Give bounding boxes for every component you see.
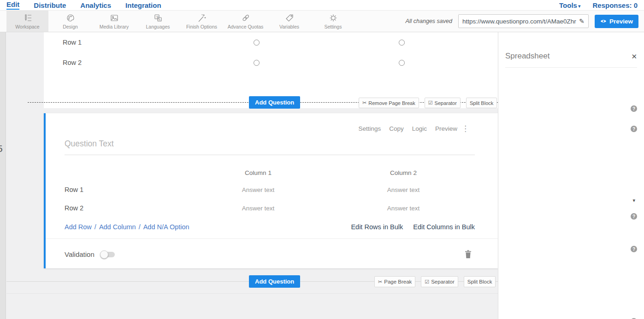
gear-icon (328, 13, 338, 23)
panel-divider (505, 67, 637, 68)
chevron-down-icon: ▾ (578, 3, 581, 9)
break-controls: ✂ Remove Page Break ☑ Separator Split Bl… (359, 98, 497, 108)
question-number: 5 (0, 143, 3, 154)
add-row-link[interactable]: Add Row (65, 223, 92, 231)
tag-icon (284, 13, 295, 23)
matrix-row: Row 1 Answer text Answer text (65, 180, 479, 199)
question-text-field[interactable]: Question Text (65, 139, 114, 149)
split-block-button[interactable]: Split Block (466, 98, 497, 108)
bulk-edit-links: Edit Rows in Bulk Edit Columns in Bulk (351, 223, 475, 231)
checkbox-icon: ☑ (428, 100, 433, 106)
survey-url-value[interactable]: https://www.questionpro.com/t/AMae0Zhr (462, 18, 576, 25)
radio-button[interactable] (254, 40, 260, 46)
answer-text-cell[interactable]: Answer text (189, 180, 327, 199)
matrix-header-row: Column 1 Column 2 (65, 165, 479, 180)
row-label[interactable]: Row 1 (65, 180, 189, 199)
tab-analytics[interactable]: Analytics (80, 1, 111, 9)
matrix-table: Column 1 Column 2 Row 1 Answer text Answ… (65, 165, 479, 217)
help-icon[interactable]: ? (631, 105, 637, 112)
page-break-icon: ✂ (378, 279, 382, 285)
add-links: Add Row / Add Column / Add N/A Option (65, 223, 189, 231)
responses-count[interactable]: Responses: 0 (592, 1, 638, 9)
magic-wand-icon (197, 13, 207, 23)
question-settings-link[interactable]: Settings (358, 125, 381, 132)
chevron-down-icon[interactable]: ▾ (632, 197, 635, 203)
radio-button[interactable] (254, 60, 260, 66)
add-na-option-link[interactable]: Add N/A Option (143, 223, 189, 231)
toolbar-item-advance-quotas[interactable]: Advance Quotas (224, 11, 267, 32)
tools-menu[interactable]: Tools▾ (559, 1, 580, 9)
question-actions: Settings Copy Logic Preview (358, 125, 457, 132)
help-icon[interactable]: ? (631, 246, 637, 252)
toolbar-item-settings[interactable]: Settings (311, 11, 355, 32)
left-edge-strip (0, 32, 6, 319)
add-column-link[interactable]: Add Column (99, 223, 136, 231)
svg-text:A: A (159, 18, 160, 21)
kebab-menu-icon[interactable]: ⋮ (461, 124, 469, 133)
question-text-underline (65, 155, 475, 155)
link-icon (241, 13, 251, 23)
page-break-button[interactable]: ✂ Page Break (374, 276, 415, 287)
close-icon[interactable]: ✕ (631, 52, 637, 61)
translate-icon: 文A (153, 13, 163, 23)
column-header[interactable]: Column 1 (189, 165, 327, 180)
matrix-row: Row 1 (44, 32, 498, 52)
answer-text-cell[interactable]: Answer text (327, 199, 479, 217)
add-question-button[interactable]: Add Question (249, 96, 300, 109)
toolbar-item-finish-options[interactable]: Finish Options (180, 11, 224, 32)
radio-button[interactable] (399, 60, 405, 66)
question-editor-card: Settings Copy Logic Preview ⋮ Question T… (44, 113, 498, 268)
design-icon (65, 13, 76, 23)
panel-title: Spreadsheet (505, 52, 549, 61)
toolbar-item-languages[interactable]: 文A Languages (136, 11, 180, 32)
edit-url-icon[interactable]: ✎ (579, 17, 585, 25)
break-controls: ✂ Page Break ☑ Separator Split Block (374, 276, 496, 287)
save-status: All changes saved (406, 18, 452, 24)
tab-distribute[interactable]: Distribute (34, 1, 66, 9)
tab-edit[interactable]: Edit (6, 0, 19, 10)
help-icon[interactable]: ? (631, 126, 637, 132)
edit-rows-bulk-link[interactable]: Edit Rows in Bulk (351, 223, 403, 231)
top-nav-right: Tools▾ Responses: 0 (559, 1, 644, 9)
question-preview-link[interactable]: Preview (435, 125, 457, 132)
faint-divider (6, 293, 498, 294)
checkbox-icon: ☑ (425, 279, 429, 285)
row-label[interactable]: Row 1 (63, 32, 187, 52)
validation-toggle[interactable] (101, 252, 115, 257)
top-nav: Edit Distribute Analytics Integration To… (0, 0, 644, 11)
page-break-icon: ✂ (362, 100, 366, 106)
separator-button[interactable]: ☑ Separator (421, 276, 458, 287)
validation-label: Validation (65, 250, 95, 258)
matrix-row: Row 2 (44, 52, 498, 73)
radio-button[interactable] (399, 40, 405, 46)
split-block-button[interactable]: Split Block (464, 276, 496, 287)
answer-text-cell[interactable]: Answer text (327, 180, 479, 199)
editor-divider (46, 238, 498, 239)
edit-columns-bulk-link[interactable]: Edit Columns in Bulk (413, 223, 475, 231)
answer-text-cell[interactable]: Answer text (189, 199, 327, 217)
toolbar-item-design[interactable]: Design (48, 11, 92, 32)
row-label[interactable]: Row 2 (63, 52, 187, 73)
editor-toolbar: Workspace Design Media Library 文A Langua… (0, 11, 644, 32)
question-copy-link[interactable]: Copy (389, 125, 404, 132)
tab-integration[interactable]: Integration (125, 1, 161, 9)
top-nav-tabs: Edit Distribute Analytics Integration (0, 0, 161, 10)
question-logic-link[interactable]: Logic (412, 125, 427, 132)
remove-page-break-button[interactable]: ✂ Remove Page Break (359, 98, 419, 108)
separator-button[interactable]: ☑ Separator (425, 98, 461, 108)
question-settings-panel: Spreadsheet ✕ Bipolar ? Answer Type ? ✔ … (498, 32, 644, 319)
row-label[interactable]: Row 2 (65, 199, 189, 217)
help-icon[interactable]: ? (631, 213, 637, 220)
survey-url-field[interactable]: https://www.questionpro.com/t/AMae0Zhr ✎ (458, 14, 589, 28)
workspace-icon (23, 13, 33, 23)
image-icon (109, 13, 119, 23)
toolbar-item-variables[interactable]: Variables (267, 11, 311, 32)
delete-question-icon[interactable] (465, 250, 472, 261)
matrix-row: Row 2 Answer text Answer text (65, 199, 479, 217)
preview-button[interactable]: Preview (595, 15, 638, 28)
column-header[interactable]: Column 2 (327, 165, 479, 180)
eye-icon (600, 19, 607, 23)
add-question-button[interactable]: Add Question (249, 275, 300, 288)
toolbar-item-media-library[interactable]: Media Library (92, 11, 136, 32)
toolbar-item-workspace[interactable]: Workspace (6, 11, 48, 32)
